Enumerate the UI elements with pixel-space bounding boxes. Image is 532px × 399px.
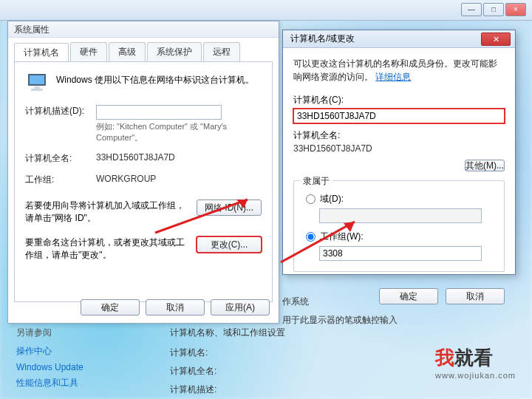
link-performance-info[interactable]: 性能信息和工具 <box>16 377 134 389</box>
dialog2-title: 计算机名/域更改 <box>290 33 355 45</box>
network-id-button[interactable]: 网络 ID(N)... <box>197 200 262 216</box>
computer-name-input[interactable] <box>293 109 505 123</box>
change-button[interactable]: 更改(C)... <box>197 236 262 253</box>
computer-name-label: 计算机名(C): <box>293 94 505 106</box>
intro-text: Windows 使用以下信息在网络中标识这台计算机。 <box>56 71 254 95</box>
window-chrome: — □ × <box>0 0 532 21</box>
networkid-text: 若要使用向导将计算机加入域或工作组，请单击"网络 ID"。 <box>25 200 197 225</box>
description-input[interactable] <box>96 105 222 120</box>
system-properties-dialog: 系统属性 计算机名 硬件 高级 系统保护 远程 Windows 使用以下信息在网… <box>7 21 279 324</box>
workgroup-value: WORKGROUP <box>96 174 262 184</box>
tab-panel: Windows 使用以下信息在网络中标识这台计算机。 计算机描述(D): 例如:… <box>14 61 273 302</box>
link-windows-update[interactable]: Windows Update <box>16 362 134 372</box>
svg-rect-2 <box>31 89 43 91</box>
more-button[interactable]: 其他(M)... <box>465 160 505 171</box>
dialog2-ok-button[interactable]: 确定 <box>379 288 438 304</box>
domain-input <box>319 208 482 223</box>
dialog2-cancel-button[interactable]: 取消 <box>446 288 505 304</box>
description-hint: 例如: "Kitchen Computer" 或 "Mary's Compute… <box>96 121 262 143</box>
window-close-button[interactable]: × <box>505 3 526 16</box>
fullname-value: 33HD1560TJ8JA7D <box>96 152 262 163</box>
svg-rect-1 <box>34 86 40 89</box>
workgroup-label: 工作组: <box>25 174 96 186</box>
settings-header: 计算机名称、域和工作组设置 <box>170 327 377 339</box>
minimize-button[interactable]: — <box>461 3 482 16</box>
name-domain-settings-panel: 计算机名称、域和工作组设置 计算机名: 计算机全名: 计算机描述: <box>170 327 377 399</box>
dialog2-fullname-value: 33HD1560TJ8JA7D <box>293 143 505 154</box>
tab-system-protection[interactable]: 系统保护 <box>147 42 202 61</box>
dialog-title: 系统属性 <box>8 21 279 38</box>
see-also-panel: 另请参阅 操作中心 Windows Update 性能信息和工具 <box>16 327 134 394</box>
tab-remote[interactable]: 远程 <box>203 42 240 61</box>
workgroup-input[interactable] <box>319 246 482 261</box>
watermark: 我就看 www.wojiukan.com <box>435 345 516 380</box>
tab-hardware[interactable]: 硬件 <box>70 42 107 61</box>
fullname-label: 计算机全名: <box>25 152 96 165</box>
tab-computer-name[interactable]: 计算机名 <box>14 43 69 62</box>
cancel-button[interactable]: 取消 <box>146 299 205 316</box>
workgroup-radio[interactable]: 工作组(W): <box>306 231 495 243</box>
member-of-label: 隶属于 <box>300 175 332 188</box>
domain-radio[interactable]: 域(D): <box>306 193 495 205</box>
ok-button[interactable]: 确定 <box>81 299 140 316</box>
maximize-button[interactable]: □ <box>483 3 504 16</box>
see-also-header: 另请参阅 <box>16 327 134 339</box>
details-link[interactable]: 详细信息 <box>375 72 411 82</box>
dialog2-fullname-label: 计算机全名: <box>293 129 505 142</box>
description-label: 计算机描述(D): <box>25 105 96 117</box>
link-action-center[interactable]: 操作中心 <box>16 345 134 358</box>
name-domain-change-dialog: 计算机名/域更改 ✕ 可以更改这台计算机的名称和成员身份。更改可能影响网络资源的… <box>282 30 516 275</box>
rename-text: 要重命名这台计算机，或者更改其域或工作组，请单击"更改"。 <box>25 236 197 262</box>
tab-advanced[interactable]: 高级 <box>109 42 146 61</box>
tab-strip: 计算机名 硬件 高级 系统保护 远程 <box>8 38 279 61</box>
apply-button[interactable]: 应用(A) <box>211 299 270 316</box>
computer-icon <box>25 71 49 95</box>
dialog2-close-button[interactable]: ✕ <box>481 33 511 46</box>
